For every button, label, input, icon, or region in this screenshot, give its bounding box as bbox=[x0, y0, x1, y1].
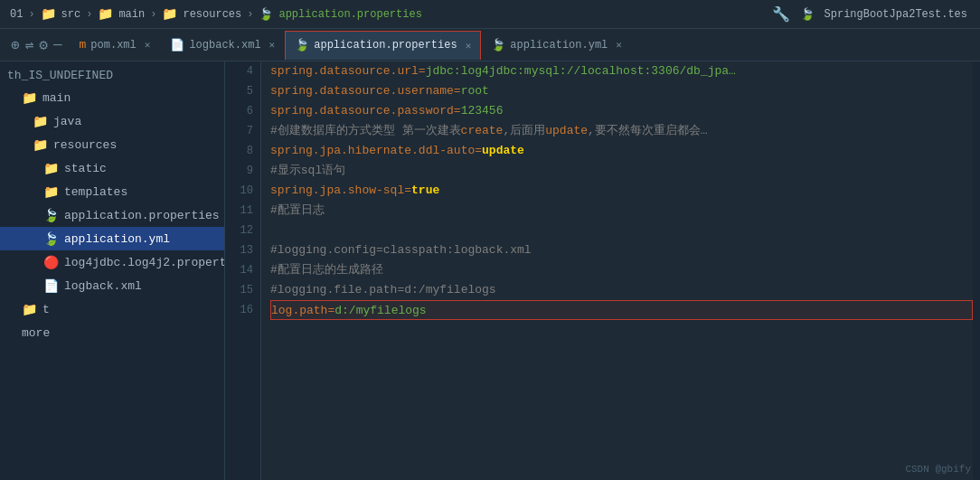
split-icon[interactable]: ⇌ bbox=[25, 36, 34, 54]
breadcrumb-main[interactable]: main bbox=[118, 8, 145, 21]
sidebar-undefined-label: th_IS_UNDEFINED bbox=[0, 65, 224, 86]
tab-pom-close[interactable]: ✕ bbox=[145, 39, 151, 51]
tab-appprops-label: application.properties bbox=[314, 39, 457, 52]
tab-appprops[interactable]: 🍃 application.properties ✕ bbox=[285, 31, 481, 60]
scrollbar[interactable] bbox=[973, 61, 980, 480]
sidebar-appprops-label: application.properties bbox=[64, 209, 220, 222]
sidebar-item-main[interactable]: 📁 main bbox=[0, 86, 224, 109]
sidebar-item-appyml[interactable]: 🍃 application.yml bbox=[0, 227, 224, 250]
minimize-icon[interactable]: — bbox=[53, 37, 62, 53]
sidebar-item-logback[interactable]: 📄 logback.xml bbox=[0, 274, 224, 297]
sidebar-java-label: java bbox=[53, 115, 81, 128]
appprops-sidebar-icon: 🍃 bbox=[43, 208, 59, 223]
tab-appyml[interactable]: 🍃 application.yml ✕ bbox=[481, 31, 632, 60]
sidebar-templates-label: templates bbox=[64, 185, 127, 199]
breadcrumb-item-num: 01 bbox=[10, 8, 23, 21]
logback-sidebar-icon: 📄 bbox=[43, 278, 59, 294]
settings-icon[interactable]: ⚙ bbox=[39, 36, 48, 54]
right-file-icon: 🍃 bbox=[800, 7, 815, 22]
resources-folder-icon-s: 📁 bbox=[33, 137, 48, 153]
java-folder-icon: 📁 bbox=[33, 114, 48, 129]
code-line-16: log.path=d:/myfilelogs bbox=[270, 300, 973, 320]
breadcrumb-src[interactable]: src bbox=[61, 8, 81, 21]
pom-xml-icon: m bbox=[80, 38, 87, 52]
resources-folder-icon: 📁 bbox=[162, 6, 177, 22]
main-folder-icon: 📁 bbox=[22, 90, 37, 106]
log4jdbc-sidebar-icon: 🔴 bbox=[43, 255, 59, 270]
tab-pom[interactable]: m pom.xml ✕ bbox=[70, 31, 161, 60]
code-line-13: #logging.config=classpath:logback.xml bbox=[270, 240, 973, 260]
code-line-11: #配置日志 bbox=[270, 201, 973, 221]
breadcrumb-right-file[interactable]: SpringBootJpa2Test.tes bbox=[825, 8, 967, 21]
sidebar-item-java[interactable]: 📁 java bbox=[0, 109, 224, 133]
sidebar-t-label: t bbox=[42, 303, 50, 316]
appyml-icon: 🍃 bbox=[491, 38, 505, 52]
tab-logback-close[interactable]: ✕ bbox=[269, 39, 276, 51]
static-folder-icon: 📁 bbox=[43, 161, 59, 176]
code-line-15: #logging.file.path=d:/myfilelogs bbox=[270, 280, 973, 300]
tab-logback[interactable]: 📄 logback.xml ✕ bbox=[160, 31, 285, 60]
code-line-8: spring.jpa.hibernate.ddl-auto=update bbox=[270, 141, 973, 161]
main-layout: th_IS_UNDEFINED 📁 main 📁 java 📁 resource… bbox=[0, 61, 980, 480]
templates-folder-icon: 📁 bbox=[43, 184, 59, 200]
sidebar-item-log4jdbc[interactable]: 🔴 log4jdbc.log4j2.properties bbox=[0, 250, 224, 274]
sidebar-item-resources[interactable]: 📁 resources bbox=[0, 133, 224, 156]
sidebar-item-static[interactable]: 📁 static bbox=[0, 156, 224, 180]
code-line-12 bbox=[270, 221, 973, 240]
tab-bar: ⊕ ⇌ ⚙ — m pom.xml ✕ 📄 logback.xml ✕ 🍃 ap… bbox=[0, 29, 980, 61]
logback-xml-icon: 📄 bbox=[170, 38, 184, 52]
code-line-5: spring.datasource.username=root bbox=[270, 81, 973, 101]
code-line-9: #显示sql语句 bbox=[270, 161, 973, 181]
code-line-4: spring.datasource.url=jdbc:log4jdbc:mysq… bbox=[270, 61, 973, 81]
tab-appprops-close[interactable]: ✕ bbox=[466, 40, 472, 52]
editor: 4 5 6 7 8 9 10 11 12 13 14 15 16 spring.… bbox=[225, 61, 980, 480]
sidebar-logback-label: logback.xml bbox=[64, 279, 142, 293]
sidebar-item-t[interactable]: 📁 t bbox=[0, 297, 224, 321]
breadcrumb-appprops[interactable]: application.properties bbox=[278, 8, 421, 21]
tab-left-icons: ⊕ ⇌ ⚙ — bbox=[4, 36, 70, 54]
code-line-10: spring.jpa.show-sql=true bbox=[270, 181, 973, 201]
sidebar-appyml-label: application.yml bbox=[64, 232, 170, 246]
appprops-icon: 🍃 bbox=[295, 38, 309, 52]
tab-appyml-close[interactable]: ✕ bbox=[616, 39, 622, 51]
src-folder-icon: 📁 bbox=[41, 6, 56, 22]
sidebar-main-label: main bbox=[42, 91, 71, 105]
main-folder-icon: 📁 bbox=[98, 6, 113, 22]
editor-content: 4 5 6 7 8 9 10 11 12 13 14 15 16 spring.… bbox=[225, 61, 980, 480]
sidebar-more-label: more bbox=[22, 326, 50, 340]
sidebar-static-label: static bbox=[64, 162, 107, 175]
sidebar-item-more[interactable]: more bbox=[0, 321, 224, 344]
watermark: CSDN @gbify bbox=[905, 464, 971, 475]
code-area[interactable]: spring.datasource.url=jdbc:log4jdbc:mysq… bbox=[261, 61, 973, 480]
sidebar-item-appprops[interactable]: 🍃 application.properties bbox=[0, 203, 224, 227]
sidebar-resources-label: resources bbox=[53, 138, 117, 152]
add-tab-icon[interactable]: ⊕ bbox=[11, 36, 20, 54]
appprops-file-icon: 🍃 bbox=[259, 7, 273, 22]
line-numbers: 4 5 6 7 8 9 10 11 12 13 14 15 16 bbox=[225, 61, 261, 480]
sidebar-item-templates[interactable]: 📁 templates bbox=[0, 180, 224, 203]
code-line-7: #创建数据库的方式类型 第一次建表create,后面用update,要不然每次重… bbox=[270, 121, 973, 141]
t-folder-icon: 📁 bbox=[22, 302, 37, 317]
wrench-icon: 🔧 bbox=[772, 5, 790, 24]
code-line-6: spring.datasource.password=123456 bbox=[270, 101, 973, 121]
tab-logback-label: logback.xml bbox=[189, 39, 260, 52]
sidebar-log4jdbc-label: log4jdbc.log4j2.properties bbox=[64, 256, 225, 269]
sidebar: th_IS_UNDEFINED 📁 main 📁 java 📁 resource… bbox=[0, 61, 225, 480]
breadcrumb-resources[interactable]: resources bbox=[183, 8, 241, 21]
code-line-14: #配置日志的生成路径 bbox=[270, 260, 973, 280]
appyml-sidebar-icon: 🍃 bbox=[43, 231, 59, 247]
breadcrumb-bar: 01 › 📁 src › 📁 main › 📁 resources › 🍃 ap… bbox=[0, 0, 980, 29]
tab-appyml-label: application.yml bbox=[510, 39, 608, 52]
tab-pom-label: pom.xml bbox=[90, 39, 136, 52]
